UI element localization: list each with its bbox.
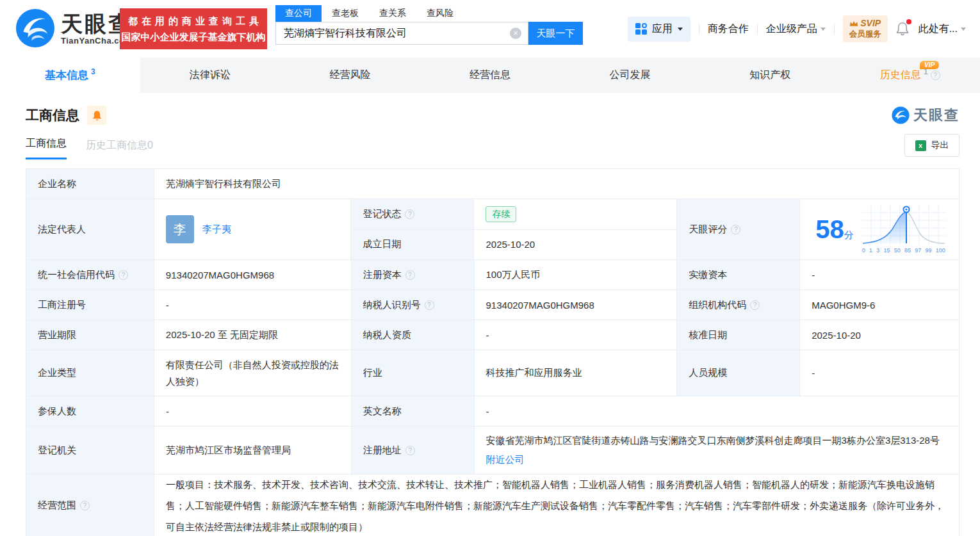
help-icon[interactable]: ? <box>731 225 740 234</box>
insured-count-label: 参保人数 <box>26 396 154 426</box>
tab-legal-litigation[interactable]: 法律诉讼 <box>140 58 281 93</box>
crown-icon <box>849 20 858 27</box>
notification-bell-icon[interactable] <box>896 21 910 37</box>
tab-company-development[interactable]: 公司发展 <box>560 58 700 93</box>
registered-address-label: 注册地址 ? <box>352 426 475 475</box>
business-cooperation-link[interactable]: 商务合作 <box>708 22 749 36</box>
search-input-wrap: × <box>275 22 528 45</box>
business-scope-value: 一般项目：技术服务、技术开发、技术咨询、技术交流、技术转让、技术推广；智能机器人… <box>154 475 960 536</box>
business-registration-number-value: - <box>154 290 352 320</box>
taxpayer-qualification-value: - <box>475 320 678 350</box>
score-distribution-chart: 0131550859799100 <box>862 205 946 254</box>
search-tab-company[interactable]: 查公司 <box>275 5 322 22</box>
taxpayer-id-label: 纳税人识别号 ? <box>352 290 475 320</box>
industry-value: 科技推广和应用服务业 <box>475 350 678 396</box>
enterprise-products-label: 企业级产品 <box>766 22 817 36</box>
help-icon[interactable]: ? <box>405 446 415 455</box>
enterprise-products-link[interactable]: 企业级产品 <box>766 22 826 36</box>
notification-dot <box>906 19 911 24</box>
tianyancha-logo[interactable]: 天眼查 TianYanCha.com <box>15 8 133 48</box>
company-type-label: 企业类型 <box>26 350 154 396</box>
nearby-companies-link[interactable]: 附近公司 <box>486 454 525 465</box>
table-row: 登记机关 芜湖市鸠江区市场监督管理局 注册地址 ? 安徽省芜湖市鸠江区官陡街道赤… <box>26 426 960 475</box>
apps-label: 应用 <box>652 22 673 36</box>
score-unit: 分 <box>844 229 854 240</box>
clear-search-icon[interactable]: × <box>510 28 521 39</box>
section-title: 工商信息 <box>26 106 79 124</box>
help-icon[interactable]: ? <box>931 70 940 80</box>
main-content: 工商信息 天眼查 工商信息 历史工商信息0 x 导出 <box>0 104 980 536</box>
subtab-business-info[interactable]: 工商信息 <box>26 137 67 159</box>
page: 天眼查 TianYanCha.com 都在用的商业查询工具 国家中小企业发展子基… <box>0 0 980 536</box>
organization-code-label: 组织机构代码 ? <box>677 290 800 320</box>
search-input[interactable] <box>276 22 528 44</box>
table-row: 营业期限 2025-10-20 至 无固定期限 纳税人资质 - 核准日期 202… <box>26 320 960 350</box>
search-tab-relation[interactable]: 查关系 <box>369 5 416 22</box>
legal-representative-link[interactable]: 李子夷 <box>202 223 231 236</box>
search-box: × 天眼一下 <box>275 22 583 45</box>
tyc-score-label: 天眼评分 ? <box>677 199 800 260</box>
svip-service-label: 会员服务 <box>849 29 881 40</box>
legal-representative-label: 法定代表人 <box>26 199 154 260</box>
registered-capital-label: 注册资本 ? <box>352 260 475 290</box>
establishment-date-value: 2025-10-20 <box>474 230 677 261</box>
help-icon[interactable]: ? <box>80 501 90 510</box>
taxpayer-qualification-label: 纳税人资质 <box>352 320 475 350</box>
search-area: 查公司 查老板 查关系 查风险 × 天眼一下 <box>275 5 583 45</box>
vip-badge: VIP <box>920 61 939 69</box>
tianyancha-watermark-icon <box>892 106 910 124</box>
header-right: 应用 商务合作 企业级产品 SVIP 会员服务 <box>628 15 966 42</box>
english-name-label: 英文名称 <box>352 396 475 426</box>
establishment-date-label: 成立日期 <box>351 230 474 261</box>
user-menu[interactable]: 此处有... <box>919 22 966 36</box>
approval-date-value: 2025-10-20 <box>800 320 960 350</box>
svip-label: SVIP <box>860 18 881 29</box>
tab-count-badge: 1 <box>924 67 928 76</box>
registration-authority-value: 芜湖市鸠江区市场监督管理局 <box>154 426 352 475</box>
score-number: 58 <box>815 215 844 243</box>
divider <box>699 24 699 34</box>
tab-operation-risk[interactable]: 经营风险 <box>280 58 420 93</box>
tab-count-badge: 3 <box>91 67 95 76</box>
table-row: 经营范围 ? 一般项目：技术服务、技术开发、技术咨询、技术交流、技术转让、技术推… <box>26 475 960 536</box>
search-tab-boss[interactable]: 查老板 <box>322 5 369 22</box>
search-button[interactable]: 天眼一下 <box>528 22 583 45</box>
svip-member-button[interactable]: SVIP 会员服务 <box>843 15 888 42</box>
tyc-score-value: 58分 <box>800 199 960 260</box>
approval-date-label: 核准日期 <box>677 320 800 350</box>
business-info-table: 企业名称 芜湖熵宇智行科技有限公司 法定代表人 李 李子夷 <box>26 168 960 536</box>
svip-top: SVIP <box>849 18 881 29</box>
export-button[interactable]: x 导出 <box>904 134 960 157</box>
subscribe-bell-button[interactable] <box>87 106 106 125</box>
help-icon[interactable]: ? <box>405 270 415 280</box>
tab-intellectual-property[interactable]: 知识产权 <box>700 58 840 93</box>
avatar[interactable]: 李 <box>166 215 194 243</box>
help-icon[interactable]: ? <box>405 209 414 219</box>
user-name: 此处有... <box>919 22 958 36</box>
score: 58分 <box>815 216 854 242</box>
tab-basic-info[interactable]: 基本信息 3 <box>0 58 140 93</box>
help-icon[interactable]: ? <box>425 300 434 310</box>
help-icon[interactable]: ? <box>750 300 760 310</box>
promo-banner-line1: 都在用的商业查询工具 <box>128 13 263 29</box>
table-row: 统一社会信用代码 ? 91340207MAG0HGM968 注册资本 ? 100… <box>26 260 960 290</box>
company-type-value: 有限责任公司（非自然人投资或控股的法人独资） <box>154 350 352 396</box>
unified-social-credit-code-label: 统一社会信用代码 ? <box>26 260 154 290</box>
paid-in-capital-label: 实缴资本 <box>677 260 800 290</box>
tab-operation-info[interactable]: 经营信息 <box>420 58 560 93</box>
search-tab-risk[interactable]: 查风险 <box>416 5 464 22</box>
table-row: 企业类型 有限责任公司（非自然人投资或控股的法人独资） 行业 科技推广和应用服务… <box>26 350 960 396</box>
status-date-block: 登记状态 ? 存续 成立日期 2025-10-20 <box>351 199 677 260</box>
apps-grid-icon <box>635 23 647 35</box>
help-icon[interactable]: ? <box>118 270 128 280</box>
business-term-label: 营业期限 <box>26 320 154 350</box>
subtab-history-business-info[interactable]: 历史工商信息0 <box>86 139 153 159</box>
tab-history-info[interactable]: VIP 历史信息 1 ? <box>840 58 980 93</box>
table-row: 参保人数 - 英文名称 - <box>26 396 960 426</box>
chevron-down-icon <box>678 28 683 31</box>
subtabs-row: 工商信息 历史工商信息0 x 导出 <box>26 138 960 159</box>
apps-button[interactable]: 应用 <box>628 17 690 42</box>
organization-code-value: MAG0HGM9-6 <box>800 290 960 320</box>
business-term-value: 2025-10-20 至 无固定期限 <box>154 320 352 350</box>
divider <box>834 24 835 34</box>
